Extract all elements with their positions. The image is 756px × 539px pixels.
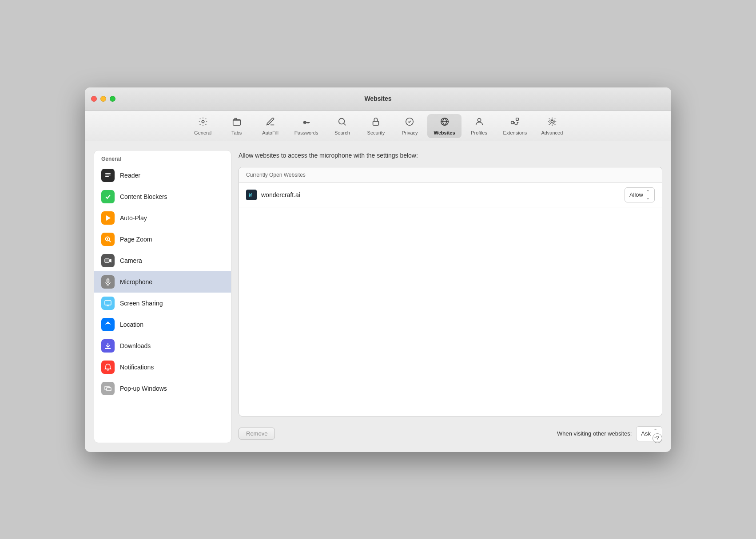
permission-value: Allow: [629, 191, 643, 198]
permission-select[interactable]: Allow ⌃⌄: [625, 187, 655, 202]
notifications-icon: [101, 361, 115, 374]
microphone-icon: [101, 275, 115, 289]
toolbar-search-label: Search: [334, 130, 350, 135]
sidebar-item-content-blockers[interactable]: Content Blockers: [94, 186, 231, 207]
profiles-icon: [474, 117, 484, 128]
sidebar-item-location-label: Location: [120, 321, 143, 328]
svg-text:W: W: [249, 192, 252, 198]
toolbar: General Tabs AutoFill P: [85, 111, 671, 141]
toolbar-advanced[interactable]: Advanced: [535, 114, 569, 138]
svg-marker-21: [109, 259, 111, 262]
svg-rect-5: [373, 121, 379, 125]
toolbar-autofill[interactable]: AutoFill: [255, 114, 286, 138]
toolbar-general[interactable]: General: [187, 114, 219, 138]
reader-icon: [101, 169, 115, 182]
sidebar-item-auto-play-label: Auto-Play: [120, 214, 147, 222]
toolbar-websites-label: Websites: [434, 130, 455, 135]
minimize-button[interactable]: [100, 96, 106, 102]
toolbar-extensions-label: Extensions: [503, 130, 527, 135]
security-icon: [371, 117, 381, 128]
other-websites-value: Ask: [641, 430, 651, 437]
sidebar-item-camera[interactable]: Camera: [94, 250, 231, 271]
sidebar-item-popup-windows[interactable]: Pop-up Windows: [94, 378, 231, 399]
toolbar-search[interactable]: Search: [326, 114, 358, 138]
chevron-icon: ⌃⌄: [646, 189, 650, 201]
passwords-icon: [302, 117, 311, 128]
autofill-icon: [266, 117, 275, 128]
help-button[interactable]: ?: [653, 433, 662, 443]
advanced-icon: [547, 117, 557, 128]
search-icon: [337, 117, 347, 128]
svg-rect-32: [107, 388, 111, 391]
detail-panel: Allow websites to access the microphone …: [239, 150, 662, 443]
toolbar-privacy[interactable]: Privacy: [394, 114, 426, 138]
sidebar-item-screen-sharing[interactable]: Screen Sharing: [94, 293, 231, 314]
svg-rect-1: [233, 119, 240, 125]
svg-marker-28: [105, 321, 111, 325]
popup-windows-icon: [101, 382, 115, 395]
toolbar-extensions[interactable]: Extensions: [497, 114, 533, 138]
toolbar-general-label: General: [194, 130, 211, 135]
detail-description: Allow websites to access the microphone …: [239, 150, 662, 161]
page-zoom-icon: [101, 233, 115, 246]
sidebar-item-downloads-label: Downloads: [120, 342, 151, 349]
camera-icon: [101, 254, 115, 267]
content-blockers-icon: [101, 190, 115, 203]
downloads-icon: [101, 339, 115, 353]
general-icon: [198, 117, 208, 128]
screen-sharing-icon: [101, 297, 115, 310]
toolbar-passwords-label: Passwords: [294, 130, 318, 135]
toolbar-privacy-label: Privacy: [402, 130, 418, 135]
other-websites-label: When visiting other websites:: [557, 430, 632, 437]
sidebar: General Reader Content Blockers: [94, 150, 231, 443]
privacy-icon: [405, 117, 414, 128]
sidebar-item-downloads[interactable]: Downloads: [94, 335, 231, 357]
table-header: Currently Open Websites: [239, 167, 662, 183]
sidebar-item-page-zoom-label: Page Zoom: [120, 236, 152, 243]
toolbar-websites[interactable]: Websites: [427, 114, 461, 138]
sidebar-item-page-zoom[interactable]: Page Zoom: [94, 229, 231, 250]
toolbar-security[interactable]: Security: [360, 114, 392, 138]
sidebar-item-auto-play[interactable]: Auto-Play: [94, 207, 231, 229]
svg-rect-20: [105, 259, 109, 262]
site-favicon: W: [246, 190, 257, 200]
sidebar-item-camera-label: Camera: [120, 257, 142, 264]
location-icon: [101, 318, 115, 331]
toolbar-passwords[interactable]: Passwords: [288, 114, 325, 138]
sidebar-item-notifications-label: Notifications: [120, 364, 154, 371]
svg-point-3: [304, 122, 305, 123]
sidebar-section-general: General: [94, 151, 231, 165]
sidebar-item-screen-sharing-label: Screen Sharing: [120, 300, 163, 307]
sidebar-item-notifications[interactable]: Notifications: [94, 357, 231, 378]
svg-rect-25: [105, 301, 111, 305]
svg-rect-8: [511, 121, 514, 124]
sidebar-item-reader-label: Reader: [120, 172, 140, 179]
extensions-icon: [510, 117, 520, 128]
window-title: Websites: [364, 95, 391, 102]
sidebar-item-content-blockers-label: Content Blockers: [120, 193, 167, 200]
maximize-button[interactable]: [110, 96, 115, 102]
close-button[interactable]: [91, 96, 97, 102]
other-websites-row: When visiting other websites: Ask ⌃⌄: [557, 426, 662, 441]
toolbar-advanced-label: Advanced: [541, 130, 563, 135]
toolbar-tabs[interactable]: Tabs: [221, 114, 253, 138]
svg-point-10: [551, 120, 553, 123]
websites-table: Currently Open Websites W wondercraft.ai…: [239, 167, 662, 416]
svg-rect-13: [105, 174, 111, 175]
auto-play-icon: [101, 211, 115, 225]
toolbar-profiles[interactable]: Profiles: [463, 114, 495, 138]
sidebar-item-microphone[interactable]: Microphone: [94, 271, 231, 293]
sidebar-item-popup-windows-label: Pop-up Windows: [120, 385, 167, 392]
remove-button[interactable]: Remove: [239, 428, 275, 440]
toolbar-autofill-label: AutoFill: [262, 130, 279, 135]
websites-icon: [440, 117, 450, 128]
svg-rect-12: [105, 173, 111, 174]
svg-rect-9: [516, 118, 519, 120]
toolbar-security-label: Security: [367, 130, 385, 135]
svg-point-0: [202, 120, 204, 123]
site-name: wondercraft.ai: [261, 191, 620, 198]
sidebar-item-location[interactable]: Location: [94, 314, 231, 335]
sidebar-item-reader[interactable]: Reader: [94, 165, 231, 186]
svg-rect-14: [105, 176, 109, 177]
toolbar-profiles-label: Profiles: [471, 130, 487, 135]
